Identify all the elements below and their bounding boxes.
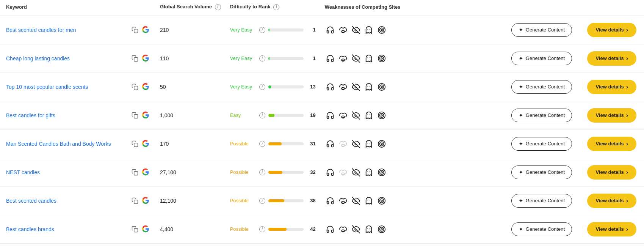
keyword-link[interactable]: Man Scented Candles Bath and Body Works xyxy=(6,141,111,147)
da-weakness-icon xyxy=(376,224,387,235)
generate-content-button[interactable]: ✦Generate Content xyxy=(511,52,572,65)
google-search-icon[interactable] xyxy=(140,195,151,206)
difficulty-row-info-icon[interactable]: i xyxy=(259,169,265,175)
weakness-icons xyxy=(325,110,422,121)
copy-icon[interactable] xyxy=(130,224,140,235)
chevron-right-icon: › xyxy=(626,84,628,90)
keyword-link[interactable]: Cheap long lasting candles xyxy=(6,55,70,61)
authority-weakness-icon xyxy=(338,110,348,121)
view-details-button[interactable]: View details› xyxy=(587,137,636,151)
keyword-link[interactable]: Best scented candles for men xyxy=(6,27,76,33)
difficulty-row-info-icon[interactable]: i xyxy=(259,198,265,204)
copy-icon[interactable] xyxy=(130,53,140,64)
copy-icon[interactable] xyxy=(130,139,140,149)
keyword-link[interactable]: Best candles brands xyxy=(6,226,54,232)
generate-content-button[interactable]: ✦Generate Content xyxy=(511,80,572,94)
col-header-difficulty: Difficulty to Rank i xyxy=(226,0,320,16)
difficulty-score: 13 xyxy=(307,84,316,90)
backlink-weakness-icon xyxy=(325,82,335,92)
google-search-icon[interactable] xyxy=(140,224,151,234)
difficulty-cell: Possiblei42 xyxy=(226,215,320,243)
copy-icon[interactable] xyxy=(130,82,140,92)
da-weakness-icon xyxy=(376,25,387,35)
view-details-button[interactable]: View details› xyxy=(587,80,636,94)
difficulty-score: 32 xyxy=(307,169,316,175)
google-search-icon[interactable] xyxy=(140,110,151,120)
volume-cell: 110 xyxy=(155,44,226,72)
view-details-button[interactable]: View details› xyxy=(587,23,636,37)
weakness-icons xyxy=(325,82,422,92)
svg-rect-12 xyxy=(134,86,138,90)
difficulty-row-info-icon[interactable]: i xyxy=(259,112,265,118)
svg-point-23 xyxy=(381,115,382,116)
svg-point-41 xyxy=(381,200,382,202)
sparkle-icon: ✦ xyxy=(519,112,523,119)
copy-icon[interactable] xyxy=(130,110,140,121)
svg-point-28 xyxy=(379,142,384,146)
table-row: Best scented candles for men210Very Easy… xyxy=(0,16,644,44)
keyword-link[interactable]: Best scented candles xyxy=(6,198,56,204)
google-search-icon[interactable] xyxy=(140,53,151,63)
difficulty-row-info-icon[interactable]: i xyxy=(259,84,265,90)
generate-content-button[interactable]: ✦Generate Content xyxy=(511,109,572,122)
difficulty-bar-fill xyxy=(268,142,282,145)
backlink-weakness-icon xyxy=(325,167,335,178)
svg-point-25 xyxy=(342,144,344,146)
difficulty-label: Possible xyxy=(230,198,255,203)
generate-content-button[interactable]: ✦Generate Content xyxy=(511,23,572,37)
svg-rect-24 xyxy=(134,143,138,147)
svg-point-39 xyxy=(378,197,385,204)
view-details-button[interactable]: View details› xyxy=(587,194,636,208)
google-search-icon[interactable] xyxy=(140,81,151,92)
difficulty-info-icon[interactable]: i xyxy=(273,4,279,10)
spacer-cell xyxy=(426,158,504,186)
difficulty-row-info-icon[interactable]: i xyxy=(259,141,265,147)
authority-weakness-icon xyxy=(338,224,348,235)
view-details-button[interactable]: View details› xyxy=(587,108,636,123)
difficulty-row-info-icon[interactable]: i xyxy=(259,27,265,33)
google-search-icon[interactable] xyxy=(140,167,151,177)
difficulty-row-info-icon[interactable]: i xyxy=(259,226,265,232)
thin-content-weakness-icon xyxy=(364,82,374,92)
copy-icon[interactable] xyxy=(130,195,140,206)
keyword-link[interactable]: NEST candles xyxy=(6,169,40,175)
generate-content-button[interactable]: ✦Generate Content xyxy=(511,165,572,179)
google-search-icon[interactable] xyxy=(140,24,151,35)
difficulty-bar-bg xyxy=(268,28,304,32)
google-search-icon[interactable] xyxy=(140,138,151,149)
difficulty-bar-bg xyxy=(268,228,304,231)
thin-content-weakness-icon xyxy=(364,53,374,64)
generate-content-button[interactable]: ✦Generate Content xyxy=(511,222,572,236)
copy-icon[interactable] xyxy=(130,25,140,35)
weakness-cell xyxy=(320,186,426,215)
difficulty-score: 1 xyxy=(307,55,316,61)
svg-point-29 xyxy=(381,143,382,145)
view-details-label: View details xyxy=(595,84,624,90)
difficulty-label: Possible xyxy=(230,141,255,147)
authority-weakness-icon xyxy=(338,167,348,178)
generate-content-label: Generate Content xyxy=(526,141,565,147)
spacer-cell xyxy=(426,186,504,215)
view-details-button[interactable]: View details› xyxy=(587,165,636,180)
keyword-link[interactable]: Top 10 most popular candle scents xyxy=(6,84,88,90)
view-details-cell: View details› xyxy=(580,158,644,186)
generate-content-label: Generate Content xyxy=(526,198,565,203)
generate-content-button[interactable]: ✦Generate Content xyxy=(511,194,572,208)
generate-content-label: Generate Content xyxy=(526,55,565,61)
difficulty-row-info-icon[interactable]: i xyxy=(259,55,265,61)
view-details-button[interactable]: View details› xyxy=(587,51,636,66)
weakness-cell xyxy=(320,101,426,129)
view-details-label: View details xyxy=(595,198,624,203)
volume-cell: 12,100 xyxy=(155,186,226,215)
weakness-cell xyxy=(320,16,426,44)
generate-content-button[interactable]: ✦Generate Content xyxy=(511,137,572,151)
view-details-button[interactable]: View details› xyxy=(587,222,636,236)
svg-point-43 xyxy=(342,230,344,232)
sparkle-icon: ✦ xyxy=(519,169,523,176)
volume-info-icon[interactable]: i xyxy=(215,4,221,10)
difficulty-cell: Very Easyi13 xyxy=(226,72,320,101)
copy-icon[interactable] xyxy=(130,167,140,178)
svg-point-47 xyxy=(381,229,382,230)
view-details-cell: View details› xyxy=(580,72,644,101)
keyword-link[interactable]: Best candles for gifts xyxy=(6,112,55,118)
